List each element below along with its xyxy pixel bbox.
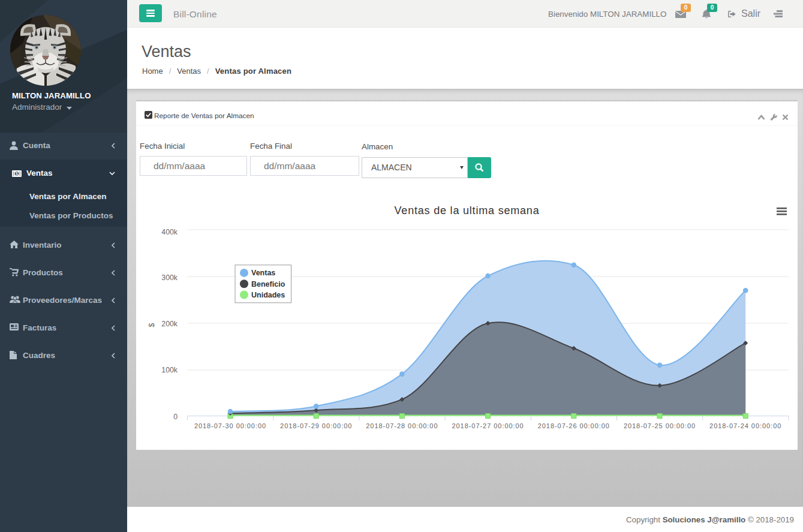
svg-text:Unidades: Unidades: [251, 291, 285, 299]
svg-text:0: 0: [173, 413, 178, 421]
svg-text:$: $: [16, 172, 18, 176]
svg-text:300k: 300k: [161, 273, 178, 282]
svg-text:2018-07-24 00:00:00: 2018-07-24 00:00:00: [709, 422, 781, 429]
svg-text:2018-07-28 00:00:00: 2018-07-28 00:00:00: [366, 422, 438, 429]
svg-text:2018-07-30 00:00:00: 2018-07-30 00:00:00: [194, 422, 266, 429]
svg-text:400k: 400k: [161, 228, 178, 236]
svg-text:$: $: [148, 323, 156, 327]
svg-text:2018-07-27 00:00:00: 2018-07-27 00:00:00: [452, 422, 524, 429]
svg-text:200k: 200k: [161, 320, 178, 328]
svg-text:2018-07-25 00:00:00: 2018-07-25 00:00:00: [624, 422, 696, 429]
svg-text:2018-07-26 00:00:00: 2018-07-26 00:00:00: [538, 422, 610, 429]
svg-text:Ventas: Ventas: [251, 269, 275, 277]
svg-text:Beneficio: Beneficio: [251, 280, 285, 288]
svg-text:100k: 100k: [161, 366, 178, 374]
svg-text:2018-07-29 00:00:00: 2018-07-29 00:00:00: [280, 422, 352, 429]
svg-text:Ventas de la ultima semana: Ventas de la ultima semana: [395, 205, 540, 217]
